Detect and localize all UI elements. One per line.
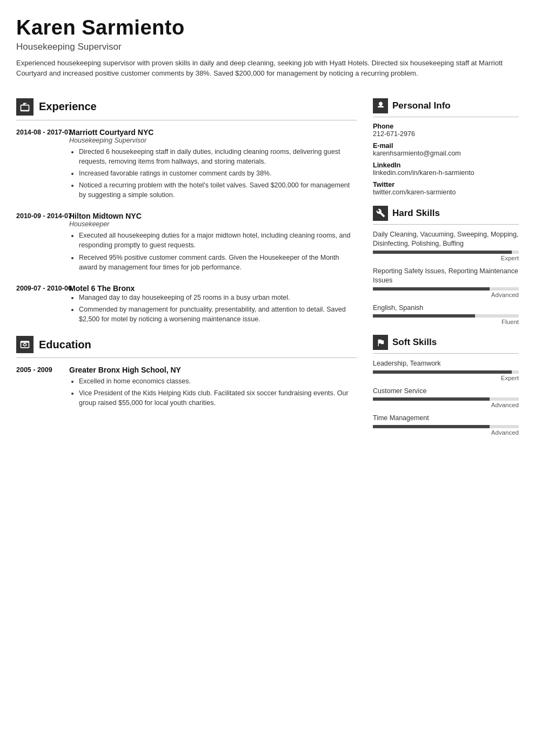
hard-skills-list: Daily Cleaning, Vacuuming, Sweeping, Mop…: [373, 230, 519, 326]
edu-school: Greater Bronx High School, NY: [69, 366, 357, 374]
linkedin-label: LinkedIn: [373, 161, 519, 169]
exp-bullet: Directed 6 housekeeping staff in daily d…: [79, 147, 357, 166]
candidate-name: Karen Sarmiento: [16, 16, 519, 40]
skill-item: Customer ServiceAdvanced: [373, 387, 519, 409]
education-list: 2005 - 2009Greater Bronx High School, NY…: [16, 366, 357, 410]
skill-bar-fill: [373, 370, 512, 374]
experience-divider: [16, 120, 357, 120]
exp-bullet: Commended by management for punctuality,…: [79, 305, 357, 324]
personal-info-header: Personal Info: [373, 98, 519, 113]
experience-entry: 2014-08 - 2017-07Marriott Courtyard NYCH…: [16, 128, 357, 202]
education-title: Education: [39, 339, 91, 351]
skill-item: Time ManagementAdvanced: [373, 414, 519, 436]
exp-bullets: Executed all housekeeping duties for a m…: [69, 231, 357, 272]
personal-info-section: Personal Info Phone 212-671-2976 E-mail …: [373, 98, 519, 196]
hard-skills-icon: [373, 206, 388, 221]
exp-dates: 2014-08 - 2017-07: [16, 128, 59, 202]
soft-skills-list: Leadership, TeamworkExpertCustomer Servi…: [373, 359, 519, 436]
twitter-block: Twitter twitter.com/karen-sarmiento: [373, 181, 519, 196]
skill-bar-container: [373, 425, 519, 428]
skill-item: Daily Cleaning, Vacuuming, Sweeping, Mop…: [373, 230, 519, 261]
skill-level: Expert: [373, 255, 519, 261]
phone-block: Phone 212-671-2976: [373, 123, 519, 138]
soft-skills-header: Soft Skills: [373, 335, 519, 350]
experience-icon: [16, 98, 34, 116]
exp-bullet: Executed all housekeeping duties for a m…: [79, 231, 357, 250]
hard-skills-divider: [373, 224, 519, 225]
personal-divider: [373, 117, 519, 117]
flag-svg: [376, 338, 385, 347]
skill-level: Advanced: [373, 292, 519, 298]
exp-bullet: Received 95% positive customer comment c…: [79, 253, 357, 272]
left-column: Experience 2014-08 - 2017-07Marriott Cou…: [16, 98, 357, 446]
experience-entry: 2010-09 - 2014-07Hilton Midtown NYCHouse…: [16, 212, 357, 274]
exp-role: Housekeeper: [69, 220, 357, 228]
edu-content: Greater Bronx High School, NYExcelled in…: [69, 366, 357, 410]
experience-section-header: Experience: [16, 98, 357, 116]
hard-skills-title: Hard Skills: [392, 208, 440, 219]
exp-dates: 2010-09 - 2014-07: [16, 212, 59, 274]
skill-name: Reporting Safety Issues, Reporting Maint…: [373, 267, 519, 286]
exp-content: Marriott Courtyard NYCHousekeeping Super…: [69, 128, 357, 202]
exp-content: Hilton Midtown NYCHousekeeperExecuted al…: [69, 212, 357, 274]
skill-level: Fluent: [373, 319, 519, 325]
linkedin-block: LinkedIn linkedin.com/in/karen-h-sarmien…: [373, 161, 519, 177]
skill-bar-container: [373, 370, 519, 374]
resume: Karen Sarmiento Housekeeping Supervisor …: [0, 0, 535, 462]
skill-name: Customer Service: [373, 387, 519, 396]
hard-skills-section: Hard Skills Daily Cleaning, Vacuuming, S…: [373, 206, 519, 326]
soft-skills-divider: [373, 353, 519, 354]
skill-bar-fill: [373, 287, 490, 291]
skill-name: Daily Cleaning, Vacuuming, Sweeping, Mop…: [373, 230, 519, 249]
exp-dates: 2009-07 - 2010-06: [16, 284, 59, 326]
education-divider: [16, 357, 357, 358]
tools-svg: [376, 208, 385, 218]
skill-name: English, Spanish: [373, 303, 519, 313]
soft-skills-title: Soft Skills: [392, 337, 437, 348]
exp-bullets: Managed day to day housekeeping of 25 ro…: [69, 293, 357, 324]
candidate-summary: Experienced housekeeping supervisor with…: [16, 58, 519, 79]
exp-employer: Motel 6 The Bronx: [69, 284, 357, 293]
exp-bullet: Managed day to day housekeeping of 25 ro…: [79, 293, 357, 302]
header-section: Karen Sarmiento Housekeeping Supervisor …: [16, 16, 519, 79]
skill-name: Time Management: [373, 414, 519, 423]
person-svg: [376, 101, 385, 110]
personal-info-icon: [373, 98, 388, 113]
exp-role: Housekeeping Supervisor: [69, 137, 357, 144]
education-icon: [16, 336, 34, 353]
skill-name: Leadership, Teamwork: [373, 359, 519, 369]
skill-level: Advanced: [373, 429, 519, 436]
exp-employer: Hilton Midtown NYC: [69, 212, 357, 220]
skill-item: Leadership, TeamworkExpert: [373, 359, 519, 381]
twitter-value: twitter.com/karen-sarmiento: [373, 188, 519, 196]
right-column: Personal Info Phone 212-671-2976 E-mail …: [373, 98, 519, 446]
email-block: E-mail karenhsarmiento@gmail.com: [373, 142, 519, 157]
hard-skills-header: Hard Skills: [373, 206, 519, 221]
soft-skills-icon: [373, 335, 388, 350]
edu-bullet: Vice President of the Kids Helping Kids …: [79, 388, 357, 408]
personal-info-title: Personal Info: [392, 100, 451, 111]
skill-bar-container: [373, 287, 519, 291]
skill-bar-container: [373, 397, 519, 401]
edu-bullets: Excelled in home economics classes.Vice …: [69, 376, 357, 408]
exp-content: Motel 6 The BronxManaged day to day hous…: [69, 284, 357, 326]
skill-bar-fill: [373, 314, 475, 318]
skill-item: Reporting Safety Issues, Reporting Maint…: [373, 267, 519, 298]
skill-level: Expert: [373, 375, 519, 381]
skill-bar-container: [373, 251, 519, 254]
skill-bar-fill: [373, 251, 512, 254]
skill-item: English, SpanishFluent: [373, 303, 519, 326]
candidate-title: Housekeeping Supervisor: [16, 42, 519, 52]
edu-dates: 2005 - 2009: [16, 366, 59, 410]
experience-entry: 2009-07 - 2010-06Motel 6 The BronxManage…: [16, 284, 357, 326]
briefcase-svg: [19, 102, 30, 112]
phone-label: Phone: [373, 123, 519, 130]
two-col-layout: Experience 2014-08 - 2017-07Marriott Cou…: [16, 98, 519, 446]
skill-bar-fill: [373, 425, 490, 428]
exp-employer: Marriott Courtyard NYC: [69, 128, 357, 137]
education-svg: [19, 339, 30, 350]
exp-bullets: Directed 6 housekeeping staff in daily d…: [69, 147, 357, 200]
exp-bullet: Increased favorable ratings in customer …: [79, 168, 357, 178]
email-value: karenhsarmiento@gmail.com: [373, 150, 519, 157]
twitter-label: Twitter: [373, 181, 519, 188]
